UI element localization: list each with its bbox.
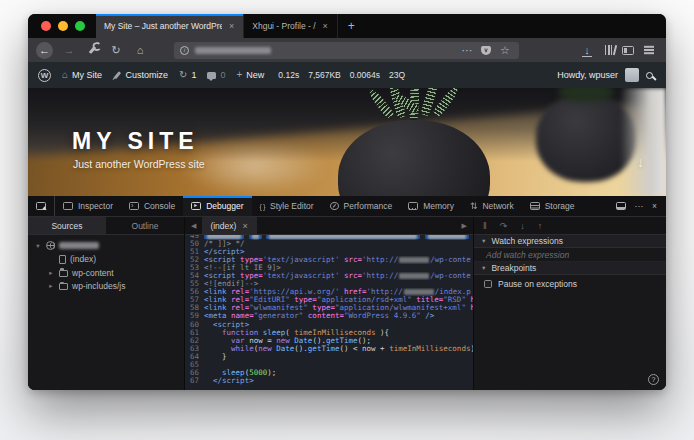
line-content: <link rel="EditURI" type="application/rs… bbox=[204, 296, 473, 304]
scroll-tabs-left-icon[interactable]: ◀ bbox=[185, 217, 202, 234]
pause-on-exceptions-row[interactable]: Pause on exceptions bbox=[474, 275, 666, 293]
tree-item-(index)[interactable]: (index) bbox=[28, 253, 184, 267]
avatar[interactable] bbox=[625, 68, 639, 82]
step-in-icon[interactable]: ↓ bbox=[520, 221, 525, 231]
tab-sources[interactable]: Sources bbox=[28, 217, 106, 234]
line-number[interactable]: 67 bbox=[185, 377, 204, 385]
selected-redacted bbox=[266, 235, 420, 239]
braces-icon: { } bbox=[260, 202, 266, 211]
code-redacted bbox=[252, 235, 259, 239]
pocket-icon[interactable]: ∨ bbox=[481, 46, 491, 55]
howdy-label[interactable]: Howdy, wpuser bbox=[557, 70, 618, 80]
address-bar[interactable]: i ⋯ ∨ ☆ bbox=[174, 42, 519, 59]
step-over-icon[interactable]: ↷ bbox=[500, 221, 508, 231]
pick-element-button[interactable] bbox=[28, 196, 55, 216]
library-icon[interactable] bbox=[605, 45, 612, 55]
source-tree: ▾(index)▸wp-content▸wp-includes/js bbox=[28, 235, 184, 293]
pick-element-icon bbox=[36, 202, 46, 210]
reload-button[interactable]: ↻ bbox=[108, 42, 124, 58]
search-icon[interactable] bbox=[646, 72, 653, 79]
code-line: 66 sleep(5000); bbox=[185, 369, 473, 377]
watch-expressions-header[interactable]: ▼ Watch expressions bbox=[474, 235, 666, 248]
back-button[interactable]: ← bbox=[36, 42, 53, 59]
tree-item-wp-content[interactable]: ▸wp-content bbox=[28, 266, 184, 280]
devtools-tab-network[interactable]: ⇅Network bbox=[462, 196, 522, 216]
line-content: var now = new Date().getTime(); bbox=[204, 337, 473, 345]
dock-icon[interactable] bbox=[616, 202, 626, 210]
adminbar-customize[interactable]: Customize bbox=[113, 70, 168, 80]
scroll-tabs-right-icon[interactable]: ▶ bbox=[456, 217, 473, 234]
add-watch-expression-input[interactable]: Add watch expression bbox=[474, 248, 666, 262]
site-info-icon[interactable]: i bbox=[180, 46, 189, 55]
devtools-tab-memory[interactable]: Memory bbox=[400, 196, 462, 216]
line-content: <![endif]--> bbox=[204, 280, 473, 288]
minimize-window-button[interactable] bbox=[58, 21, 68, 31]
line-content: <meta name="generator" content="WordPres… bbox=[204, 312, 473, 320]
tab-outline[interactable]: Outline bbox=[106, 217, 184, 234]
bookmark-star-icon[interactable]: ☆ bbox=[497, 42, 513, 58]
adminbar-updates[interactable]: ↻ 1 bbox=[179, 70, 196, 80]
devtools-tab-storage[interactable]: Storage bbox=[522, 196, 583, 216]
sources-pane-tabs: Sources Outline bbox=[28, 217, 184, 235]
adminbar-site-name[interactable]: ⌂ My Site bbox=[62, 70, 102, 80]
devtools-tab-console[interactable]: Console bbox=[121, 196, 183, 216]
browser-tab-xhgui[interactable]: Xhgui - Profile - / × bbox=[244, 14, 338, 38]
devtools-toolbar-right: ⋯ × bbox=[616, 196, 666, 216]
devtools-meatball-menu-icon[interactable]: ⋯ bbox=[635, 201, 644, 211]
downloads-icon[interactable]: ↓ bbox=[579, 42, 595, 58]
pause-icon[interactable]: ‖ bbox=[483, 221, 487, 231]
chevron-down-icon: ▾ bbox=[34, 242, 42, 250]
source-tab-label: (index) bbox=[210, 221, 236, 231]
site-hero-image: MY SITE Just another WordPress site ↓ bbox=[28, 88, 666, 196]
help-icon[interactable]: ? bbox=[648, 374, 659, 385]
adminbar-new[interactable]: + New bbox=[237, 70, 265, 80]
home-button[interactable]: ⌂ bbox=[132, 42, 148, 58]
menu-icon[interactable] bbox=[644, 49, 654, 51]
console-icon bbox=[129, 202, 139, 210]
tab-close-icon[interactable]: × bbox=[322, 21, 329, 31]
scroll-down-arrow-icon[interactable]: ↓ bbox=[637, 154, 644, 170]
devtools-tab-performance[interactable]: Performance bbox=[322, 196, 401, 216]
code-line: 63 while(new Date().getTime() < now + ti… bbox=[185, 345, 473, 353]
devtools-close-icon[interactable]: × bbox=[652, 201, 657, 211]
new-tab-button[interactable]: + bbox=[338, 14, 365, 38]
source-tab-index[interactable]: (index) × bbox=[202, 217, 256, 234]
code-redacted bbox=[399, 257, 429, 263]
sidebar-icon[interactable] bbox=[622, 46, 634, 55]
devtools-tab-label: Storage bbox=[545, 201, 575, 211]
devtools-tab-inspector[interactable]: Inspector bbox=[55, 196, 121, 216]
zoom-window-button[interactable] bbox=[75, 21, 85, 31]
debugger-controls: ‖ ↷ ↓ ↑ bbox=[474, 217, 666, 235]
forward-button[interactable]: → bbox=[61, 42, 77, 58]
wrench-icon[interactable] bbox=[89, 46, 97, 54]
page-actions-icon[interactable]: ⋯ bbox=[459, 42, 475, 58]
code-line: 59<meta name="generator" content="WordPr… bbox=[185, 312, 473, 320]
profiler-stat: 23Q bbox=[389, 70, 405, 80]
tree-item-wp-includes/js[interactable]: ▸wp-includes/js bbox=[28, 280, 184, 294]
tree-item-domain[interactable]: ▾ bbox=[28, 239, 184, 253]
line-content: /* ]]> */ bbox=[204, 240, 473, 248]
line-content: <script type='text/javascript' src='http… bbox=[204, 256, 473, 264]
source-tab-close-icon[interactable]: × bbox=[241, 221, 248, 231]
devtools-tab-debugger[interactable]: Debugger bbox=[183, 196, 251, 216]
pause-on-exceptions-checkbox[interactable] bbox=[484, 280, 492, 288]
tree-item-label: wp-content bbox=[72, 268, 114, 278]
devtools-tab-style-editor[interactable]: { }Style Editor bbox=[252, 196, 322, 216]
devtools-tabs: InspectorConsoleDebugger{ }Style EditorP… bbox=[55, 196, 582, 216]
step-out-icon[interactable]: ↑ bbox=[538, 221, 543, 231]
site-tagline: Just another WordPress site bbox=[73, 158, 205, 170]
tab-close-icon[interactable]: × bbox=[228, 21, 235, 31]
devtools-toolbar: InspectorConsoleDebugger{ }Style EditorP… bbox=[28, 196, 666, 217]
site-title[interactable]: MY SITE bbox=[72, 128, 199, 155]
browser-tab-my-site[interactable]: My Site – Just another WordPress s × bbox=[96, 14, 244, 38]
code-editor[interactable]: 49 50/* ]]> */51</script>52<script type=… bbox=[185, 235, 473, 390]
toolbar-right-icons: ↓ bbox=[579, 42, 658, 58]
tab-title: My Site – Just another WordPress s bbox=[104, 21, 222, 31]
breakpoints-header[interactable]: ▼ Breakpoints bbox=[474, 262, 666, 275]
profiler-stat: 0.12s bbox=[278, 70, 299, 80]
line-content: } bbox=[204, 353, 473, 361]
wordpress-logo-icon[interactable]: W bbox=[38, 69, 51, 82]
selected-redacted bbox=[249, 235, 262, 239]
adminbar-comments[interactable]: 0 bbox=[207, 70, 225, 80]
close-window-button[interactable] bbox=[41, 21, 51, 31]
